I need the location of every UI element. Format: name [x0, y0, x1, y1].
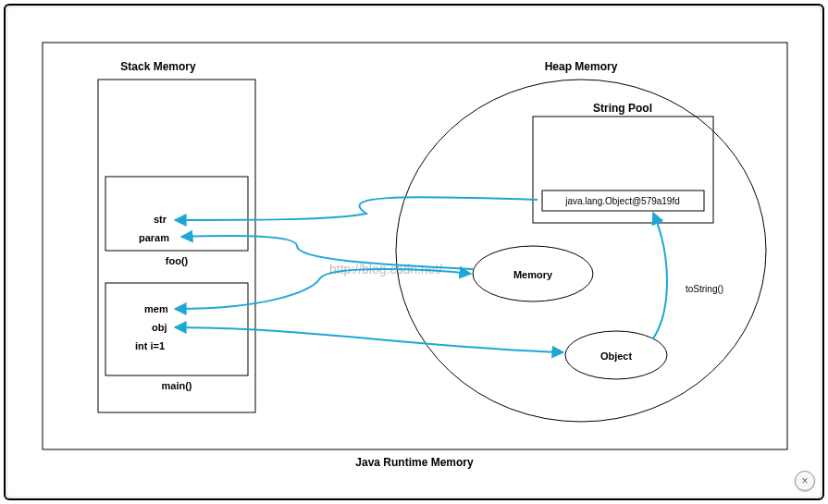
main-label: main()	[162, 380, 192, 391]
stack-title: Stack Memory	[120, 60, 196, 73]
heap-title: Heap Memory	[545, 60, 618, 73]
stack-box	[98, 80, 255, 412]
string-pool-box	[533, 117, 713, 223]
lightbox-frame: Java Runtime Memory http://blog.csdn.net…	[4, 4, 824, 500]
diagram-svg: Java Runtime Memory http://blog.csdn.net…	[6, 6, 822, 498]
string-pool-title: String Pool	[593, 102, 652, 115]
var-int-i: int i=1	[135, 340, 165, 351]
arrow-obj-to-object	[175, 327, 563, 352]
tostring-label: toString()	[686, 284, 723, 294]
runtime-memory-title: Java Runtime Memory	[355, 456, 474, 469]
memory-label: Memory	[513, 269, 553, 280]
arrow-object-tostring	[653, 213, 667, 338]
var-mem: mem	[144, 303, 168, 314]
heap-ellipse	[396, 80, 766, 422]
close-icon: ×	[801, 474, 808, 487]
arrow-stringpool-to-str	[175, 197, 538, 220]
var-obj: obj	[152, 322, 167, 333]
object-label: Object	[600, 350, 633, 362]
close-button[interactable]: ×	[795, 471, 815, 491]
string-pool-entry: java.lang.Object@579a19fd	[564, 196, 680, 206]
stack-frame-foo	[105, 177, 248, 251]
var-str: str	[154, 214, 167, 225]
foo-label: foo()	[166, 255, 189, 266]
var-param: param	[139, 232, 169, 243]
